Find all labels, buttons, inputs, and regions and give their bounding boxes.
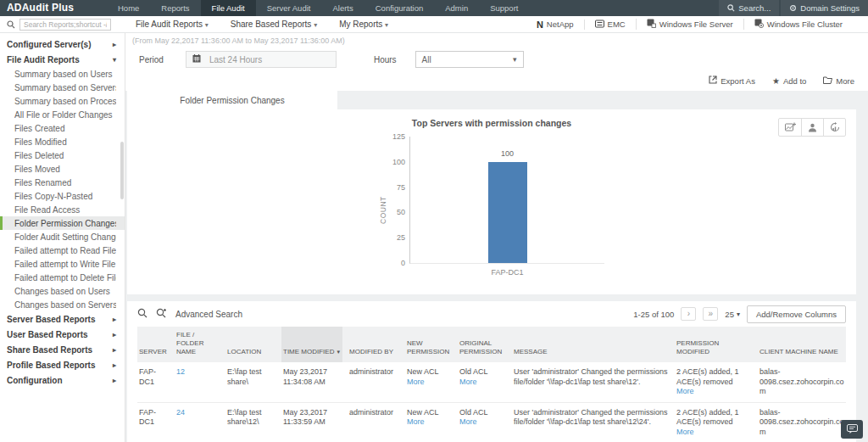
sidebar-item[interactable]: Summary based on Servers <box>0 81 125 94</box>
expand-arrow-icon: ▾ <box>113 56 118 64</box>
sidebar-item[interactable]: Files Modified <box>0 135 125 148</box>
cell-location: E:\fap test share\ <box>225 362 276 402</box>
column-header[interactable]: PERMISSION MODIFIED <box>675 327 753 362</box>
sidebar-item[interactable]: Configuration ▸ <box>0 372 125 388</box>
sidebar-item[interactable]: Folder Permission Changes <box>0 216 125 230</box>
chart-card: Top Servers with permission changes <box>127 109 856 294</box>
sidebar-item-label: Server Based Reports <box>7 315 113 324</box>
nav-item[interactable]: Server Audit <box>256 0 322 16</box>
sidebar-item[interactable]: Files Copy-N-Pasted <box>0 189 125 203</box>
refresh-chart-icon[interactable] <box>823 119 845 136</box>
next-page-icon[interactable]: › <box>681 307 696 321</box>
more-link[interactable]: More <box>459 378 477 386</box>
more-link[interactable]: More <box>676 428 694 436</box>
column-header[interactable]: ORIGINAL PERMISSION <box>458 327 507 362</box>
more-link[interactable]: More <box>676 387 694 395</box>
sidebar-item[interactable]: Files Renamed <box>0 176 125 189</box>
nav-item[interactable]: Alerts <box>321 0 364 16</box>
y-axis-tick-label: 75 <box>397 183 405 192</box>
chat-button[interactable] <box>841 420 863 439</box>
nav-item[interactable]: Admin <box>434 0 479 16</box>
column-header[interactable]: TIME MODIFIED ▾ <box>281 327 342 362</box>
column-header[interactable]: CLIENT MACHINE NAME <box>758 327 846 362</box>
sidebar-item-label: All File or Folder Changes <box>14 110 116 120</box>
more-link[interactable]: More <box>459 417 477 426</box>
more-link[interactable]: More <box>407 417 425 426</box>
app-logo: ADAudit Plus <box>0 0 107 16</box>
report-menu[interactable]: My Reports ▾ <box>339 20 388 29</box>
column-header[interactable]: MODIFIED BY <box>348 327 400 362</box>
netapp-logo-icon: N <box>537 20 543 30</box>
sidebar-item[interactable]: Folder Audit Setting Changes(SACL) <box>0 230 125 243</box>
more-link[interactable]: More <box>407 378 425 386</box>
sidebar-item[interactable]: Files Moved <box>0 162 125 176</box>
sidebar-item[interactable]: Failed attempt to Write File <box>0 257 125 271</box>
sidebar-item[interactable]: Summary based on Process <box>0 94 125 108</box>
domain-settings-button[interactable]: Domain Settings <box>781 0 868 16</box>
sidebar-item[interactable]: Changes based on Users <box>0 284 125 298</box>
table-row[interactable]: FAP-DC1 24 E:\fap test share\12\ May 23,… <box>137 403 846 442</box>
export-as-button[interactable]: Export As <box>709 76 755 86</box>
advanced-search-label[interactable]: Advanced Search <box>175 310 242 319</box>
sidebar-item[interactable]: Share Based Reports ▸ <box>0 342 125 357</box>
file-folder-name-link[interactable]: 12 <box>176 367 185 376</box>
report-menu[interactable]: File Audit Reports ▾ <box>136 20 209 29</box>
sidebar-item[interactable]: Files Deleted <box>0 148 125 162</box>
sidebar-item[interactable]: Files Created <box>0 121 125 135</box>
column-header[interactable]: MESSAGE <box>512 327 670 362</box>
search-icon[interactable] <box>137 306 147 322</box>
report-menu-label: Share Based Reports <box>231 20 312 29</box>
column-header-label: NEW PERMISSION <box>407 339 449 356</box>
column-header[interactable]: NEW PERMISSION <box>405 327 453 362</box>
sidebar-item[interactable]: All File or Folder Changes <box>0 108 125 121</box>
nav-item[interactable]: Configuration <box>364 0 435 16</box>
report-menu-label: File Audit Reports <box>136 20 203 29</box>
advanced-search-icon[interactable] <box>156 306 167 322</box>
nav-item[interactable]: Home <box>107 0 150 16</box>
sidebar-item-label: File Audit Reports <box>7 55 113 64</box>
netapp-link[interactable]: N NetApp <box>526 20 584 30</box>
report-menu[interactable]: Share Based Reports ▾ <box>231 20 317 29</box>
sidebar-item[interactable]: Failed attempt to Read File <box>0 243 125 257</box>
column-header[interactable]: SERVER <box>137 327 170 362</box>
period-picker[interactable]: Last 24 Hours <box>186 51 337 68</box>
chart-title: Top Servers with permission changes <box>127 118 856 128</box>
sidebar-item-label: Folder Permission Changes <box>14 219 116 228</box>
sidebar-item[interactable]: Failed attempt to Delete File <box>0 271 125 284</box>
pagination-range: 1-25 of 100 <box>633 310 674 319</box>
sidebar-scrollbar[interactable] <box>120 142 124 199</box>
more-button[interactable]: More <box>823 76 854 86</box>
windows-file-server-link[interactable]: Windows File Server <box>636 19 743 30</box>
sidebar-item[interactable]: File Audit Reports ▾ <box>0 52 125 67</box>
chevron-down-icon: ▾ <box>205 21 209 29</box>
column-header[interactable]: FILE / FOLDER NAME <box>175 327 220 362</box>
nav-item[interactable]: File Audit <box>201 0 256 16</box>
cell-new-permission: New ACL More <box>405 362 453 402</box>
chart-bar[interactable] <box>488 162 527 263</box>
file-folder-name-link[interactable]: 24 <box>176 408 185 417</box>
add-to-button[interactable]: ★ Add to <box>772 76 806 86</box>
column-header[interactable]: LOCATION <box>225 327 276 362</box>
hours-select[interactable]: All ▾ <box>415 51 524 68</box>
nav-item[interactable]: Support <box>479 0 529 16</box>
user-view-icon[interactable] <box>801 119 823 136</box>
global-search-button[interactable]: Search... <box>719 0 779 16</box>
table-row[interactable]: FAP-DC1 12 E:\fap test share\ May 23,201… <box>137 362 846 403</box>
windows-file-cluster-link[interactable]: Windows File Cluster <box>743 19 853 30</box>
last-page-icon[interactable]: » <box>703 307 718 321</box>
emc-link[interactable]: EMC <box>584 20 636 30</box>
page-size-select[interactable]: 25 ▾ <box>725 310 740 319</box>
sidebar-item[interactable]: Server Based Reports ▸ <box>0 311 125 327</box>
sidebar-item[interactable]: Profile Based Reports ▸ <box>0 357 125 372</box>
add-remove-columns-button[interactable]: Add/Remove Columns <box>747 305 846 323</box>
tab-folder-permission-changes[interactable]: Folder Permission Changes <box>127 91 337 109</box>
report-search-input[interactable] <box>19 19 111 31</box>
sidebar-item[interactable]: Summary based on Users <box>0 67 125 81</box>
nav-item[interactable]: Reports <box>150 0 200 16</box>
sidebar-item[interactable]: User Based Reports ▸ <box>0 327 125 342</box>
sidebar-item[interactable]: Configured Server(s) ▸ <box>0 36 125 52</box>
sidebar-item[interactable]: File Read Access <box>0 203 125 216</box>
chevron-down-icon: ▾ <box>314 21 317 29</box>
sidebar-item[interactable]: Changes based on Servers <box>0 298 125 311</box>
chart-add-icon[interactable] <box>779 119 801 136</box>
